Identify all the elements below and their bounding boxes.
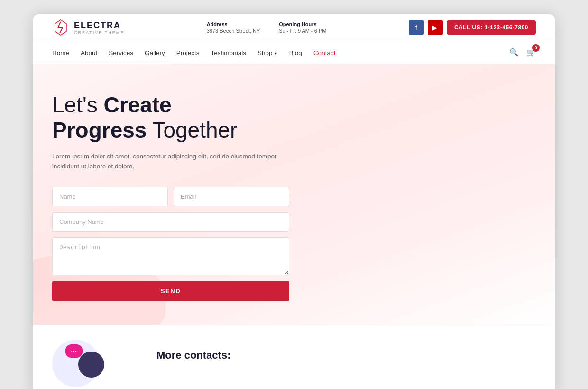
hero-title-bold2: Progress — [52, 118, 147, 142]
send-button[interactable]: SEND — [52, 281, 289, 301]
nav-item-services[interactable]: Services — [109, 48, 133, 57]
call-button[interactable]: CALL US: 1-123-456-7890 — [447, 20, 536, 35]
nav-item-gallery[interactable]: Gallery — [145, 48, 165, 57]
logo-icon — [52, 19, 69, 36]
hero-section: Let's Create Progress Together Lorem ips… — [33, 64, 555, 325]
svg-line-3 — [60, 28, 63, 33]
address-block: Address 3873 Beech Street, NY — [207, 21, 260, 34]
youtube-button[interactable]: ▶ — [428, 20, 443, 35]
header-actions: f ▶ CALL US: 1-123-456-7890 — [409, 20, 536, 35]
hero-title-part3: Together — [147, 118, 237, 142]
hero-title-bold1: Create — [104, 93, 172, 117]
company-input[interactable] — [52, 212, 289, 232]
nav-links: Home About Services Gallery Projects Tes… — [52, 48, 335, 57]
navbar: Home About Services Gallery Projects Tes… — [33, 41, 555, 64]
nav-link-services[interactable]: Services — [109, 49, 133, 56]
illustration-avatar-circle — [78, 352, 104, 378]
cart-icon[interactable]: 🛒 0 — [526, 48, 536, 57]
nav-link-about[interactable]: About — [81, 49, 97, 56]
hero-content: Let's Create Progress Together Lorem ips… — [52, 93, 318, 301]
nav-item-home[interactable]: Home — [52, 48, 69, 57]
name-input[interactable] — [52, 187, 168, 206]
hours-label: Opening Hours — [279, 21, 326, 27]
illustration — [52, 340, 138, 387]
hero-title-part1: Let's — [52, 93, 104, 117]
address-label: Address — [207, 21, 260, 27]
hours-value: Su - Fr: 9 AM - 6 PM — [279, 28, 326, 34]
nav-item-about[interactable]: About — [81, 48, 97, 57]
logo-subtitle: CREATIVE THEME — [74, 30, 124, 35]
more-contacts-title: More contacts: — [156, 340, 230, 361]
description-textarea[interactable] — [52, 237, 289, 275]
contact-form: SEND — [52, 187, 289, 301]
cart-badge: 0 — [532, 44, 540, 52]
nav-item-blog[interactable]: Blog — [289, 48, 302, 57]
nav-link-blog[interactable]: Blog — [289, 49, 302, 56]
logo-name: ELECTRA — [74, 20, 124, 30]
email-input[interactable] — [174, 187, 289, 206]
svg-line-1 — [58, 22, 61, 28]
nav-item-contact[interactable]: Contact — [313, 48, 336, 57]
hero-title: Let's Create Progress Together — [52, 93, 318, 143]
nav-link-projects[interactable]: Projects — [176, 49, 200, 56]
nav-link-home[interactable]: Home — [52, 49, 69, 56]
form-row-company — [52, 212, 289, 232]
nav-right: 🔍 🛒 0 — [509, 48, 536, 57]
search-icon[interactable]: 🔍 — [509, 48, 519, 57]
facebook-icon: f — [415, 24, 417, 31]
nav-link-testimonials[interactable]: Testimonials — [211, 49, 246, 56]
facebook-button[interactable]: f — [409, 20, 424, 35]
header-top: ELECTRA CREATIVE THEME Address 3873 Beec… — [33, 14, 555, 41]
nav-link-contact[interactable]: Contact — [313, 49, 336, 56]
illustration-chat-bubble — [65, 344, 83, 358]
nav-item-shop[interactable]: Shop — [257, 48, 278, 57]
nav-link-shop[interactable]: Shop — [257, 49, 278, 56]
hero-description: Lorem ipsum dolor sit amet, consectetur … — [52, 151, 280, 172]
logo: ELECTRA CREATIVE THEME — [52, 19, 124, 36]
bottom-section: More contacts: — [33, 325, 555, 389]
address-value: 3873 Beech Street, NY — [207, 28, 260, 34]
header-info: Address 3873 Beech Street, NY Opening Ho… — [207, 21, 327, 34]
form-row-name-email — [52, 187, 289, 206]
nav-item-projects[interactable]: Projects — [176, 48, 200, 57]
nav-item-testimonials[interactable]: Testimonials — [211, 48, 246, 57]
logo-text: ELECTRA CREATIVE THEME — [74, 20, 124, 35]
youtube-icon: ▶ — [432, 24, 438, 31]
hours-block: Opening Hours Su - Fr: 9 AM - 6 PM — [279, 21, 326, 34]
nav-link-gallery[interactable]: Gallery — [145, 49, 165, 56]
